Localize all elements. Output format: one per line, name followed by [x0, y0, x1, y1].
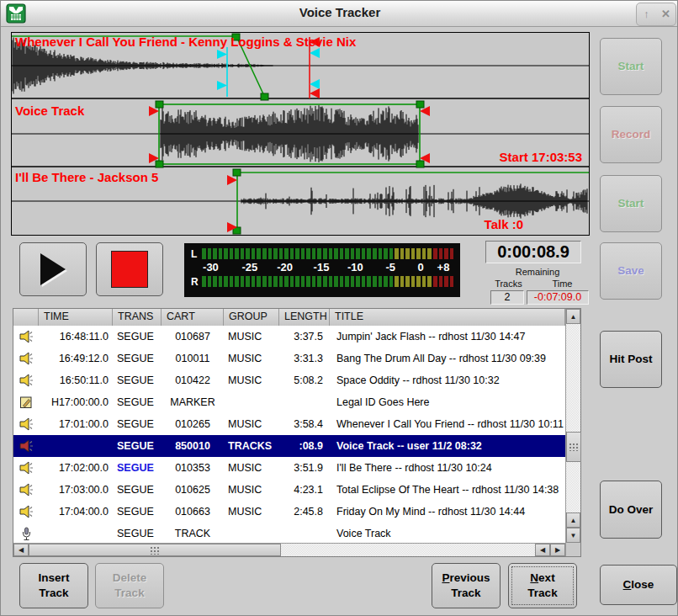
next-track-button[interactable]: NextTrack — [508, 563, 577, 608]
start-track1-button[interactable]: Start — [600, 38, 662, 95]
envelope-handle[interactable] — [416, 101, 424, 108]
cell-time: 17:01:00.0 — [39, 418, 113, 430]
meter-segment — [379, 248, 383, 259]
log-row[interactable]: 17:04:00.0SEGUE010663MUSIC2:45.8Friday O… — [13, 501, 565, 523]
cell-time: 17:04:00.0 — [39, 506, 113, 518]
log-row[interactable]: 17:03:00.0SEGUE010625MUSIC4:23.1Total Ec… — [13, 479, 565, 501]
insert-track-button[interactable]: InsertTrack — [19, 563, 88, 608]
scroll-down-button[interactable]: ▼ — [566, 528, 580, 543]
horizontal-scrollbar[interactable]: ◀ ◀ ▶ — [13, 543, 565, 556]
log-row[interactable]: 16:50:11.0SEGUE010422MUSIC5:08.2Space Od… — [13, 369, 565, 391]
remaining-time-label: Time — [533, 279, 591, 289]
play-button[interactable] — [19, 242, 87, 296]
delete-track-button[interactable]: DeleteTrack — [95, 563, 164, 608]
column-header-icon[interactable] — [13, 309, 39, 326]
cell-cart: TRACK — [162, 528, 224, 539]
remaining-tracks-label: Tracks — [484, 279, 533, 289]
cell-cart: MARKER — [162, 396, 224, 408]
cell-len: 3:31.3 — [279, 353, 330, 364]
track1-title: Whenever I Call You Friend - Kenny Loggi… — [15, 35, 356, 49]
envelope-handle[interactable] — [261, 93, 268, 100]
meter-segment — [379, 276, 383, 287]
scroll-left-button[interactable]: ◀ — [13, 544, 29, 556]
stop-button[interactable] — [96, 242, 163, 296]
horizontal-scroll-track[interactable] — [29, 544, 535, 556]
speaker-icon — [19, 374, 34, 387]
cell-trans: SEGUE — [113, 484, 162, 496]
audio-level-meter: L -30-25-20-15-10-50+8 R — [184, 243, 460, 297]
meter-scale-label: -10 — [347, 261, 363, 273]
cell-title: Bang The Drum All Day -- rdhost 11/30 09… — [330, 353, 565, 364]
meter-segment — [219, 276, 223, 287]
cell-group: MUSIC — [224, 353, 279, 364]
column-header-TIME[interactable]: TIME — [39, 309, 113, 326]
meter-segment — [208, 276, 212, 287]
record-button[interactable]: Record — [600, 106, 662, 163]
log-row-selected[interactable]: SEGUE850010TRACKS:08.9Voice Track -- use… — [13, 435, 565, 457]
close-window-button[interactable]: ✕ — [659, 7, 674, 22]
meter-segment — [257, 276, 261, 287]
titlebar[interactable]: Voice Tracker ↑ ✕ — [1, 1, 678, 27]
scroll-right-button[interactable]: ▶ — [550, 544, 565, 556]
previous-track-button[interactable]: PreviousTrack — [432, 563, 501, 608]
log-row[interactable]: 16:48:11.0SEGUE010687MUSIC3:37.5Jumpin' … — [13, 326, 565, 348]
meter-segment — [351, 248, 355, 259]
log-row[interactable]: SEGUETRACKVoice Track — [13, 523, 565, 544]
elapsed-time-display: 0:00:08.9 — [485, 241, 581, 263]
cell-group: MUSIC — [224, 331, 279, 343]
meter-segment — [422, 248, 426, 259]
column-header-CART[interactable]: CART — [162, 309, 224, 326]
scroll-up-button[interactable]: ▲ — [566, 309, 580, 324]
meter-segment — [362, 248, 366, 259]
meter-segment — [323, 276, 327, 287]
envelope-handle[interactable] — [233, 169, 241, 176]
column-header-LENGTH[interactable]: LENGTH — [279, 309, 330, 326]
meter-scale-label: +8 — [437, 261, 450, 273]
envelope-handle[interactable] — [416, 161, 424, 167]
remaining-time-value: -0:07:09.0 — [527, 290, 589, 305]
meter-segment — [246, 276, 250, 287]
scroll-up-button-2[interactable]: ▲ — [566, 512, 580, 528]
column-header-TRANS[interactable]: TRANS — [113, 309, 162, 326]
cell-len: 3:51.9 — [279, 462, 330, 474]
column-header-GROUP[interactable]: GROUP — [224, 309, 279, 326]
meter-segment — [334, 248, 338, 259]
column-header-TITLE[interactable]: TITLE — [330, 309, 565, 326]
cell-cart: 010265 — [162, 418, 224, 430]
close-button[interactable]: Close — [600, 565, 677, 605]
hit-post-button[interactable]: Hit Post — [600, 331, 662, 388]
log-table-body[interactable]: 16:48:11.0SEGUE010687MUSIC3:37.5Jumpin' … — [13, 326, 565, 544]
meter-segment — [427, 276, 432, 287]
speaker-icon — [19, 461, 34, 475]
cell-trans: SEGUE — [113, 440, 162, 452]
shade-window-button[interactable]: ↑ — [639, 7, 654, 22]
log-table-header[interactable]: TIMETRANSCARTGROUPLENGTHTITLE — [13, 309, 565, 327]
log-row[interactable]: 17:01:00.0SEGUE010265MUSIC3:58.4Whenever… — [13, 413, 565, 435]
log-row[interactable]: 16:49:12.0SEGUE010011MUSIC3:31.3Bang The… — [13, 348, 565, 369]
save-button[interactable]: Save — [600, 242, 662, 300]
remaining-tracks-value: 2 — [490, 290, 524, 305]
cell-title: Friday On My Mind -- rdhost 11/30 14:44 — [330, 506, 565, 518]
do-over-button[interactable]: Do Over — [600, 481, 662, 539]
envelope-handle[interactable] — [156, 101, 163, 108]
track3-waveform — [241, 183, 587, 218]
track1-talk-marker[interactable] — [217, 47, 227, 97]
start-track3-button[interactable]: Start — [600, 175, 662, 232]
meter-segment — [345, 248, 349, 259]
meter-segment — [362, 276, 366, 287]
cell-group: TRACKS — [224, 440, 279, 452]
envelope-handle[interactable] — [156, 161, 163, 167]
vertical-scroll-thumb[interactable] — [566, 432, 581, 462]
meter-segment — [306, 276, 310, 287]
log-row[interactable]: 17:02:00.0SEGUE010353MUSIC3:51.9I'll Be … — [13, 457, 565, 479]
waveform-panel[interactable]: Whenever I Call You Friend - Kenny Loggi… — [11, 32, 590, 236]
meter-segment — [422, 276, 426, 287]
scroll-left-button-2[interactable]: ◀ — [535, 544, 550, 556]
cell-time: 16:48:11.0 — [39, 331, 113, 343]
cell-trans: SEGUE — [113, 528, 162, 539]
log-table[interactable]: TIMETRANSCARTGROUPLENGTHTITLE 16:48:11.0… — [13, 308, 581, 557]
vertical-scroll-track[interactable] — [566, 324, 580, 512]
horizontal-scroll-thumb[interactable] — [29, 544, 281, 556]
log-row[interactable]: H17:00:00.0SEGUEMARKERLegal ID Goes Here — [13, 391, 565, 413]
vertical-scrollbar[interactable]: ▲ ▲ ▼ — [565, 309, 580, 556]
